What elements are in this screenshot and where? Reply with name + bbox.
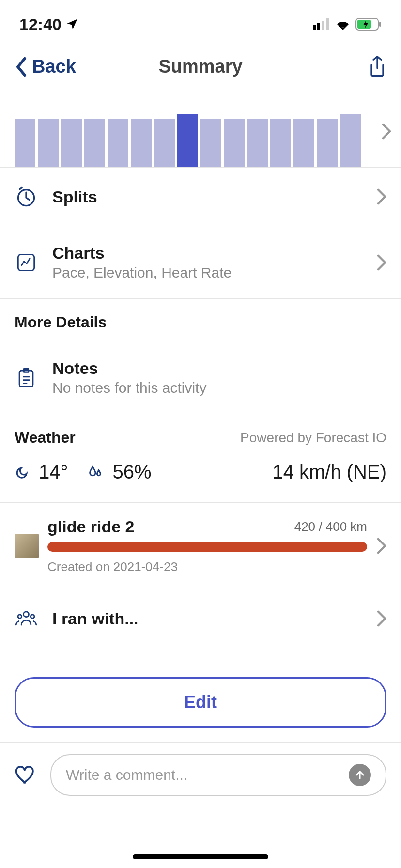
chart-bar <box>108 119 128 167</box>
stopwatch-icon <box>15 185 38 208</box>
gear-created: Created on 2021-04-23 <box>47 559 367 574</box>
status-bar: 12:40 <box>0 0 401 48</box>
gear-distance: 420 / 400 km <box>294 519 367 534</box>
svg-rect-1 <box>317 23 320 30</box>
gear-progress-bar <box>47 542 367 552</box>
notes-title: Notes <box>52 359 386 378</box>
comment-input[interactable]: Write a comment... <box>50 754 386 796</box>
chart-bar <box>38 119 59 167</box>
back-button[interactable]: Back <box>15 56 76 77</box>
edit-button[interactable]: Edit <box>15 677 386 728</box>
humidity-value: 56% <box>113 461 152 483</box>
chart-bar <box>84 119 105 167</box>
chevron-left-icon <box>15 57 28 77</box>
home-indicator <box>133 854 268 859</box>
chevron-right-icon <box>377 254 386 271</box>
chart-bar <box>15 119 35 167</box>
charts-row[interactable]: Charts Pace, Elevation, Heart Rate <box>0 226 401 299</box>
weather-powered: Powered by Forecast IO <box>240 430 386 446</box>
svg-rect-6 <box>379 22 381 27</box>
weather-humidity: 56% <box>88 461 152 483</box>
like-button[interactable] <box>15 765 36 785</box>
cellular-icon <box>313 18 330 30</box>
chart-bar <box>224 119 245 167</box>
battery-icon <box>355 18 382 31</box>
comment-bar: Write a comment... <box>0 742 401 807</box>
chart-bar <box>177 114 198 167</box>
weather-section: Weather Powered by Forecast IO <box>0 414 401 456</box>
svg-rect-9 <box>19 370 33 387</box>
ran-with-row[interactable]: I ran with... <box>0 589 401 648</box>
chart-bars <box>15 114 386 167</box>
chart-bar <box>200 119 221 167</box>
charts-title: Charts <box>52 244 377 263</box>
people-icon <box>15 607 38 630</box>
share-button[interactable] <box>368 55 386 78</box>
share-icon <box>368 55 386 78</box>
send-button[interactable] <box>349 764 371 786</box>
weather-title: Weather <box>15 429 76 447</box>
weather-data: 14° 56% 14 km/h (NE) <box>0 456 401 503</box>
time-text: 12:40 <box>19 15 62 34</box>
gear-row[interactable]: glide ride 2 420 / 400 km Created on 202… <box>0 503 401 589</box>
chevron-right-icon <box>377 610 386 627</box>
notes-subtitle: No notes for this activity <box>52 380 386 396</box>
nav-bar: Back Summary <box>0 48 401 85</box>
gear-name: glide ride 2 <box>47 517 135 536</box>
notes-row[interactable]: Notes No notes for this activity <box>0 341 401 414</box>
charts-subtitle: Pace, Elevation, Heart Rate <box>52 264 377 281</box>
chart-bar <box>317 119 338 167</box>
mini-chart-row[interactable] <box>0 90 401 168</box>
wifi-icon <box>335 18 351 30</box>
svg-rect-3 <box>326 18 329 30</box>
chart-bar <box>247 119 268 167</box>
back-label: Back <box>32 56 76 77</box>
ran-with-title: I ran with... <box>52 609 377 628</box>
svg-point-10 <box>24 612 29 617</box>
svg-rect-2 <box>322 21 324 30</box>
chart-bar <box>61 119 82 167</box>
svg-point-11 <box>18 615 22 619</box>
wind-value: 14 km/h (NE) <box>272 461 386 483</box>
gear-image <box>15 534 39 558</box>
chevron-right-icon <box>377 188 386 205</box>
chart-bar <box>340 114 361 167</box>
chart-bar <box>154 119 175 167</box>
heart-icon <box>15 765 36 785</box>
chart-icon <box>15 251 38 274</box>
status-icons <box>313 18 382 31</box>
comment-placeholder: Write a comment... <box>66 767 187 783</box>
chart-bar <box>131 119 152 167</box>
status-time: 12:40 <box>19 15 79 34</box>
splits-row[interactable]: Splits <box>0 168 401 226</box>
arrow-up-icon <box>354 769 366 781</box>
chevron-right-icon <box>382 123 391 140</box>
humidity-icon <box>88 465 103 480</box>
splits-title: Splits <box>52 187 377 206</box>
temp-value: 14° <box>39 461 68 483</box>
weather-temp: 14° <box>15 461 68 483</box>
svg-point-12 <box>31 615 34 619</box>
moon-icon <box>15 465 29 480</box>
chevron-right-icon <box>377 538 386 554</box>
more-details-header: More Details <box>0 299 401 341</box>
notes-icon <box>15 366 38 389</box>
chart-bar <box>293 119 314 167</box>
chart-bar <box>270 119 291 167</box>
svg-rect-0 <box>313 25 316 30</box>
location-icon <box>65 17 79 31</box>
page-title: Summary <box>158 56 242 77</box>
